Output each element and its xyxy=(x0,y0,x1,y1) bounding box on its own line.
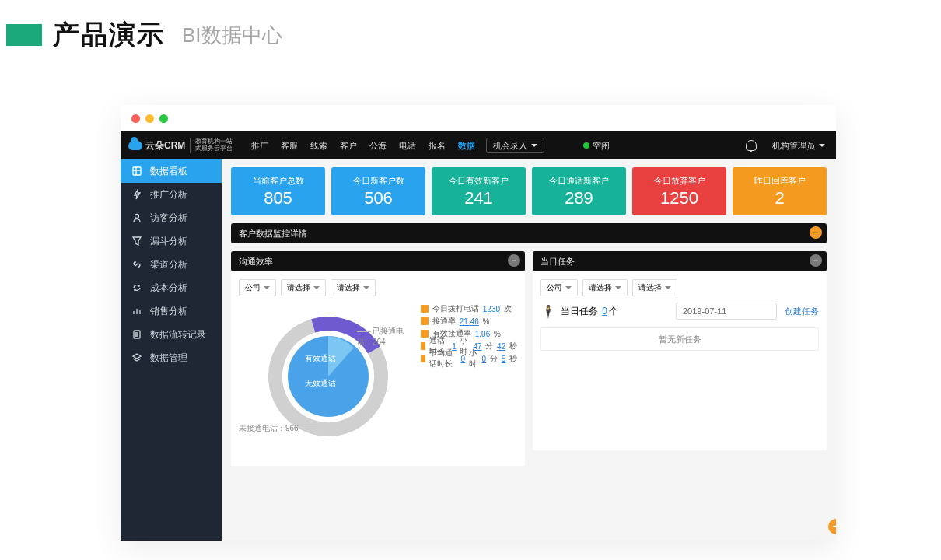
top-nav: 推广客服线索客户公海电话报名数据机会录入 xyxy=(245,131,544,159)
task-empty-state: 暂无新任务 xyxy=(540,327,819,351)
page-header: 产品演示 BI数据中心 xyxy=(0,0,941,70)
funnel-icon xyxy=(131,236,142,247)
nav-item-sea[interactable]: 公海 xyxy=(363,131,393,159)
svg-point-1 xyxy=(135,215,139,219)
chevron-down-icon xyxy=(565,286,572,289)
page-subtitle: BI数据中心 xyxy=(182,22,282,49)
dashboard-icon xyxy=(131,166,142,177)
filter-select2[interactable]: 请选择 xyxy=(331,279,376,296)
sidebar-item-promo[interactable]: 推广分析 xyxy=(121,183,222,206)
window-minimize-button[interactable] xyxy=(145,114,154,123)
filter-select[interactable]: 请选择 xyxy=(582,279,628,296)
appbar: 云朵CRM 教育机构一站 式服务云平台 推广客服线索客户公海电话报名数据机会录入… xyxy=(121,131,836,159)
nav-item-promo[interactable]: 推广 xyxy=(245,131,275,159)
section-bar-monitor: 客户数据监控详情 − xyxy=(231,223,827,243)
stat-card[interactable]: 今日新客户数506 xyxy=(331,167,425,215)
user-menu[interactable]: 机构管理员 xyxy=(772,140,836,152)
sidebar-item-sales[interactable]: 销售分析 xyxy=(121,299,222,323)
sidebar-item-dashboard[interactable]: 数据看板 xyxy=(121,159,222,183)
accent-block xyxy=(6,24,42,46)
nav-item-signup[interactable]: 报名 xyxy=(422,131,452,159)
filter-company[interactable]: 公司 xyxy=(540,279,578,296)
page-title: 产品演示 xyxy=(53,17,165,53)
callout-missed: 未接通电话：966 xyxy=(239,423,317,434)
svg-rect-0 xyxy=(133,167,141,175)
comm-metrics: 今日拨打电话 1230 次 接通率 21.46 % 有效接通率 1.06 % 通… xyxy=(421,303,517,458)
sidebar-item-visitor[interactable]: 访客分析 xyxy=(121,206,222,229)
chevron-down-icon xyxy=(363,286,369,289)
window-close-button[interactable] xyxy=(131,114,140,123)
doc-icon xyxy=(131,329,142,340)
nav-item-calls[interactable]: 电话 xyxy=(393,131,422,159)
nav-item-leads[interactable]: 线索 xyxy=(304,131,334,159)
logo[interactable]: 云朵CRM 教育机构一站 式服务云平台 xyxy=(121,138,240,153)
create-task-link[interactable]: 创建任务 xyxy=(785,306,819,317)
layers-icon xyxy=(131,352,142,363)
sidebar-item-manage[interactable]: 数据管理 xyxy=(121,346,222,369)
stat-cards: 当前客户总数805今日新客户数506今日有效新客户241今日通话新客户289今日… xyxy=(231,167,827,215)
app-window: 云朵CRM 教育机构一站 式服务云平台 推广客服线索客户公海电话报名数据机会录入… xyxy=(121,105,836,541)
user-icon xyxy=(131,212,142,223)
nav-item-opp[interactable]: 机会录入 xyxy=(486,138,544,153)
chevron-down-icon xyxy=(819,144,825,147)
date-input[interactable] xyxy=(676,303,777,320)
chevron-down-icon xyxy=(313,286,320,289)
filter-select2[interactable]: 请选择 xyxy=(632,279,677,296)
main-content: 当前客户总数805今日新客户数506今日有效新客户241今日通话新客户289今日… xyxy=(222,159,836,541)
bolt-icon xyxy=(131,189,142,200)
stat-card[interactable]: 当前客户总数805 xyxy=(231,167,325,215)
window-maximize-button[interactable] xyxy=(159,114,168,123)
filter-select[interactable]: 请选择 xyxy=(281,279,326,296)
bars-icon xyxy=(131,306,142,317)
collapse-button[interactable]: − xyxy=(508,254,520,267)
cloud-icon xyxy=(128,141,142,150)
refresh-icon xyxy=(131,282,142,293)
chevron-down-icon xyxy=(665,286,671,289)
chevron-down-icon xyxy=(531,144,537,147)
sidebar-item-cost[interactable]: 成本分析 xyxy=(121,276,222,299)
nav-item-customers[interactable]: 客户 xyxy=(334,131,363,159)
sidebar-item-funnel[interactable]: 漏斗分析 xyxy=(121,229,222,253)
section-bar-comm: 沟通效率 − xyxy=(231,251,525,271)
chevron-down-icon xyxy=(264,286,270,289)
sidebar-item-channel[interactable]: 渠道分析 xyxy=(121,253,222,276)
nav-item-service[interactable]: 客服 xyxy=(275,131,304,159)
nav-item-data[interactable]: 数据 xyxy=(452,131,481,159)
panel-comm: 沟通效率 − 公司 请选择 请选择 xyxy=(231,243,525,466)
logo-text: 云朵CRM xyxy=(145,139,185,152)
chevron-down-icon xyxy=(615,286,621,289)
panel-tasks: 当日任务 − 公司 请选择 请选择 xyxy=(533,243,827,466)
section-bar-tasks: 当日任务 − xyxy=(533,251,827,271)
collapse-button[interactable]: − xyxy=(810,254,822,267)
callout-connected: 已接通电话：264 xyxy=(357,326,418,348)
person-icon: 🕴 xyxy=(540,304,556,319)
sidebar-item-flow[interactable]: 数据流转记录 xyxy=(121,323,222,346)
stat-card[interactable]: 今日放弃客户1250 xyxy=(632,167,726,215)
sidebar: 数据看板推广分析访客分析漏斗分析渠道分析成本分析销售分析数据流转记录数据管理 xyxy=(121,159,222,541)
link-icon xyxy=(131,259,142,270)
stat-card[interactable]: 今日有效新客户241 xyxy=(432,167,526,215)
comm-donut-chart: 有效通话 无效通话 未接通电话：966 已接通电话：264 xyxy=(239,303,418,458)
stat-card[interactable]: 昨日回库客户2 xyxy=(733,167,827,215)
status-pill[interactable]: 空闲 xyxy=(583,140,610,152)
filter-company[interactable]: 公司 xyxy=(239,279,276,296)
window-titlebar xyxy=(121,105,836,131)
stat-card[interactable]: 今日通话新客户289 xyxy=(532,167,626,215)
collapse-button[interactable]: − xyxy=(810,226,822,239)
status-dot-icon xyxy=(583,142,589,149)
bell-icon[interactable] xyxy=(746,140,757,151)
floating-collapse-button[interactable]: − xyxy=(828,519,836,534)
